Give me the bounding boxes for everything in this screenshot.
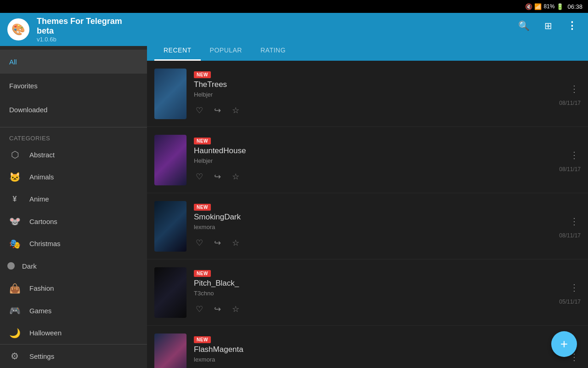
theme-actions: ♡ ↪ ☆ [194,302,552,316]
share-icon[interactable]: ↪ [212,104,223,117]
categories-label: Categories [0,129,147,144]
theme-item: NEW Pitch_Black_ T3chno ♡ ↪ ☆ ⋮ 05/11/17 [147,259,588,326]
battery-icon: 🔋 [556,3,564,10]
like-icon[interactable]: ♡ [194,104,205,117]
theme-meta: ⋮ 08/11/17 [552,210,588,242]
like-icon[interactable]: ♡ [194,302,205,316]
new-badge: NEW [194,138,211,144]
games-icon: 🎮 [7,303,22,318]
theme-date: 08/11/17 [559,232,581,239]
share-icon[interactable]: ↪ [212,302,223,316]
sidebar-item-anime[interactable]: ¥ Anime [0,188,147,210]
sidebar-item-christmas[interactable]: 🎭 Christmas [0,233,147,255]
settings-icon: ⚙ [7,349,22,363]
more-options-icon[interactable]: ⋮ [568,81,581,96]
theme-name: Pitch_Black_ [194,279,552,288]
sidebar: 🎨 Themes For Telegram beta v1.0.6b All F… [0,13,147,368]
new-badge: NEW [194,71,211,78]
tabs-bar: RECENT POPULAR RATING [147,39,588,61]
logo-icon: 🎨 [11,23,25,36]
star-icon[interactable]: ☆ [230,170,241,184]
status-bar: 🔇 📶 81% 🔋 06:38 [0,0,588,13]
theme-details: NEW HauntedHouse Helbjer ♡ ↪ ☆ [194,132,552,187]
star-icon[interactable]: ☆ [230,104,241,117]
theme-author: Helbjer [194,157,552,164]
like-icon[interactable]: ♡ [194,170,205,184]
more-options-icon[interactable]: ⋮ [568,280,581,295]
theme-meta: ⋮ 08/11/17 [552,144,588,176]
theme-actions: ♡ ↪ ☆ [194,170,552,184]
mute-icon: 🔇 [525,3,532,10]
settings-item[interactable]: ⚙ Settings [0,344,147,368]
app-version: v1.0.6b [37,36,140,43]
sidebar-item-cartoons[interactable]: 🐭 Cartoons [0,210,147,232]
more-icon[interactable]: ⋮ [563,16,581,35]
theme-thumbnail [154,267,187,318]
more-options-icon[interactable]: ⋮ [568,214,581,229]
tab-recent[interactable]: RECENT [154,41,201,61]
animals-icon: 🐱 [7,170,22,184]
sidebar-item-fashion[interactable]: 👜 Fashion [0,277,147,299]
sidebar-header: 🎨 Themes For Telegram beta v1.0.6b [0,13,147,46]
sidebar-item-games[interactable]: 🎮 Games [0,299,147,322]
more-options-icon[interactable]: ⋮ [568,148,581,162]
sidebar-nav: All Favorites Downloaded [0,46,147,125]
theme-name: HauntedHouse [194,146,552,155]
sidebar-item-all[interactable]: All [0,50,147,74]
main-content: 🔍 ⊞ ⋮ RECENT POPULAR RATING NEW TheTrees [147,13,588,368]
fashion-icon: 👜 [7,281,22,296]
theme-thumbnail [154,201,187,252]
theme-thumbnail [154,135,187,185]
new-badge: NEW [194,270,211,277]
theme-date: 08/11/17 [559,166,581,172]
fab-button[interactable]: + [551,331,577,357]
sidebar-item-dark[interactable]: Dark [0,255,147,277]
app-logo: 🎨 [7,18,29,40]
main-wrapper: 🔍 ⊞ ⋮ RECENT POPULAR RATING NEW TheTrees [147,13,588,368]
tab-popular[interactable]: POPULAR [201,41,251,61]
app-title: Themes For Telegram beta [37,17,140,36]
theme-author: T3chno [194,290,552,297]
theme-date: 08/11/17 [559,100,581,106]
theme-thumbnail [154,334,187,368]
christmas-icon: 🎭 [7,236,22,251]
theme-actions: ♡ ↪ ☆ [194,236,552,250]
theme-author: Helbjer [194,91,552,98]
sidebar-item-favorites[interactable]: Favorites [0,74,147,98]
sidebar-item-abstract[interactable]: ⬡ Abstract [0,144,147,166]
halloween-icon: 🌙 [7,326,22,340]
sidebar-item-halloween[interactable]: 🌙 Halloween [0,322,147,344]
share-icon[interactable]: ↪ [212,236,223,250]
sidebar-divider [0,127,147,127]
theme-name: FlashMagenta [194,345,560,354]
theme-author: lexmora [194,224,552,230]
anime-icon: ¥ [7,192,22,207]
wifi-icon: 📶 [534,3,542,10]
cartoons-icon: 🐭 [7,214,22,229]
theme-name: SmokingDark [194,213,552,222]
themes-list: NEW TheTrees Helbjer ♡ ↪ ☆ ⋮ 08/11/17 [147,61,588,368]
tab-rating[interactable]: RATING [251,41,295,61]
layout-icon[interactable]: ⊞ [541,17,556,35]
top-bar: 🔍 ⊞ ⋮ [147,13,588,39]
abstract-icon: ⬡ [7,147,22,162]
share-icon[interactable]: ↪ [212,170,223,184]
theme-name: TheTrees [194,80,552,89]
star-icon[interactable]: ☆ [230,302,241,316]
battery-level: 81% [543,3,554,10]
app-title-block: Themes For Telegram beta v1.0.6b [37,17,140,43]
theme-meta: ⋮ 05/11/17 [552,276,588,309]
star-icon[interactable]: ☆ [230,236,241,250]
theme-thumbnail [154,69,187,119]
theme-date: 05/11/17 [559,299,581,305]
sidebar-item-downloaded[interactable]: Downloaded [0,98,147,121]
theme-item: NEW SmokingDark lexmora ♡ ↪ ☆ ⋮ 08/11/17 [147,193,588,259]
theme-item: NEW FlashMagenta lexmora ♡ ↪ ☆ ⋮ [147,326,588,368]
new-badge: NEW [194,204,211,211]
time-display: 06:38 [567,3,582,10]
theme-author: lexmora [194,356,560,363]
search-icon[interactable]: 🔍 [514,17,533,35]
like-icon[interactable]: ♡ [194,236,205,250]
theme-details: NEW Pitch_Black_ T3chno ♡ ↪ ☆ [194,265,552,320]
sidebar-item-animals[interactable]: 🐱 Animals [0,166,147,188]
